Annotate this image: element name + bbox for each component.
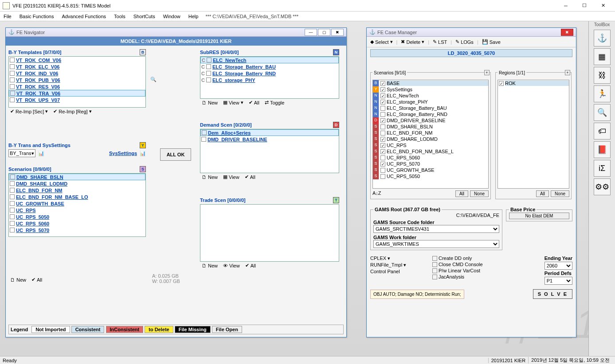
- control-panel-link[interactable]: Control Panel: [370, 269, 428, 274]
- list-item[interactable]: VT_ROK_COM_V06: [9, 57, 145, 63]
- nav-min-button[interactable]: —: [305, 29, 317, 36]
- reimp-sec-button[interactable]: ✔ Re-Imp [Sec] ▾: [10, 108, 48, 114]
- list-item[interactable]: DMD_SHARE_LODMD: [9, 180, 145, 187]
- demand-list[interactable]: Dem_Alloc+SeriesDMD_DRIVER_BASELINE: [200, 129, 339, 173]
- subres-all[interactable]: ✔ All: [249, 100, 259, 105]
- scenario-row[interactable]: SUC_RPS: [373, 142, 488, 148]
- period-defs-combo[interactable]: P1: [544, 277, 572, 285]
- casemgr-close-button[interactable]: ✖: [561, 29, 573, 36]
- menu-file[interactable]: File: [3, 13, 12, 19]
- reg-none-button[interactable]: None: [551, 190, 569, 197]
- scenario-row[interactable]: NELC_Storage_Battery_BAU: [373, 105, 488, 111]
- scenario-row[interactable]: SUC_GROWTH_BASE: [373, 167, 488, 173]
- list-item[interactable]: UC_GROWTH_BASE: [9, 200, 145, 207]
- scen-none-button[interactable]: None: [470, 190, 489, 197]
- list-item[interactable]: CELC_NewTech: [200, 57, 339, 63]
- scenario-row[interactable]: SELC_BND_FOR_NM_BASE_L: [373, 148, 488, 155]
- reg-all-button[interactable]: All: [536, 190, 549, 197]
- list-item[interactable]: Dem_Alloc+Series: [200, 129, 339, 136]
- list-item[interactable]: VT_ROK_ELC_V06: [9, 63, 145, 70]
- nav-max-button[interactable]: ▢: [318, 29, 330, 36]
- tool-anchor-icon[interactable]: ⚓: [594, 30, 611, 46]
- list-item[interactable]: ELC_BND_FOR_NM_BASE_LO: [9, 194, 145, 200]
- no-elast-dem-button[interactable]: No Elast DEM: [509, 213, 569, 219]
- runfile-menu[interactable]: RUNFile_Tmpl ▾: [370, 262, 428, 268]
- scenario-row[interactable]: SDMD_SHARE_LODMD: [373, 136, 488, 142]
- tool-chain-icon[interactable]: ⛓: [594, 67, 611, 84]
- list-item[interactable]: VT_ROK_RES_V06: [9, 83, 145, 90]
- list-item[interactable]: VT_ROK_PUB_V06: [9, 77, 145, 83]
- list-item[interactable]: ELC_BND_FOR_NM: [9, 187, 145, 194]
- new-button[interactable]: 🗋 New: [10, 277, 26, 283]
- menu-shortcuts[interactable]: ShortCuts: [133, 13, 156, 19]
- casemgr-header[interactable]: ⚓ FE Case Manager ✖: [367, 28, 576, 37]
- list-item[interactable]: CELC_Storage_Battery_RND: [200, 70, 339, 77]
- all-button[interactable]: ✔ All: [31, 277, 42, 283]
- save-button[interactable]: 💾 Save: [480, 39, 502, 45]
- trade-view[interactable]: 👁 View: [223, 263, 240, 268]
- scen-all-button[interactable]: All: [455, 190, 468, 197]
- subres-new[interactable]: 🗋 New: [202, 100, 218, 105]
- list-item[interactable]: UC_RPS_5070: [9, 227, 145, 233]
- sort-az[interactable]: A↓Z: [372, 190, 381, 197]
- menu-help[interactable]: Help: [188, 13, 200, 19]
- delete-button[interactable]: ✖ Delete ▾: [399, 39, 426, 45]
- close-button[interactable]: ✕: [594, 1, 612, 11]
- region-row[interactable]: ROK: [498, 80, 569, 86]
- menu-advanced-functions[interactable]: Advanced Functions: [61, 13, 107, 19]
- cplex-menu[interactable]: CPLEX ▾: [370, 256, 428, 261]
- tool-search-icon[interactable]: 🔍: [594, 104, 611, 121]
- ld-bar[interactable]: LD_3020_4035_5070: [370, 49, 572, 57]
- scenario-row[interactable]: SELC_BND_FOR_NM: [373, 130, 488, 136]
- cm-regions-list[interactable]: ROK: [497, 80, 569, 189]
- demand-all[interactable]: ✔ All: [245, 174, 255, 180]
- trade-list[interactable]: [200, 204, 339, 262]
- select-button[interactable]: ◆ Select ▾: [368, 39, 395, 45]
- list-item[interactable]: UC_RPS: [9, 207, 145, 213]
- minimize-button[interactable]: ─: [556, 1, 575, 11]
- solve-button[interactable]: S O L V E: [533, 289, 572, 299]
- list-item[interactable]: VT_ROK_TRA_V06: [9, 90, 145, 97]
- tool-book-icon[interactable]: 📕: [594, 141, 611, 158]
- list-item[interactable]: DMD_DRIVER_BASELINE: [200, 136, 339, 143]
- list-item[interactable]: DMD_SHARE_BSLN: [9, 174, 145, 180]
- menu-window[interactable]: Window: [162, 13, 181, 19]
- expand-regions[interactable]: +: [565, 70, 570, 75]
- tool-run-icon[interactable]: 🏃: [594, 85, 611, 102]
- tool-grid-icon[interactable]: ▦: [594, 48, 611, 65]
- all-ok-button[interactable]: ALL OK: [160, 148, 191, 161]
- scenarios-list[interactable]: DMD_SHARE_BSLNDMD_SHARE_LODMDELC_BND_FOR…: [8, 173, 146, 237]
- scenario-row[interactable]: DDMD_DRIVER_BASELINE: [373, 117, 488, 124]
- cm-scenarios-list[interactable]: BBASEYSysSettingsNELC_NewTechNELC_storag…: [372, 80, 489, 189]
- tool-sigma-icon[interactable]: iΣ: [594, 160, 611, 177]
- cb-pw-linear[interactable]: [432, 268, 437, 273]
- scenario-row[interactable]: SUC_RPS_5050: [373, 173, 488, 179]
- menu-tools[interactable]: Tools: [113, 13, 126, 19]
- logs-button[interactable]: ✎ LOGs: [454, 39, 475, 45]
- list-item[interactable]: VT_ROK_UPS_V07: [9, 97, 145, 103]
- cb-close-cmd[interactable]: [432, 262, 437, 267]
- cb-create-dd[interactable]: [432, 256, 437, 261]
- trade-all[interactable]: ✔ All: [245, 263, 256, 268]
- excel-icon-2[interactable]: 📊: [140, 151, 146, 156]
- gams-src-combo[interactable]: GAMS_SRCTIMESV431: [373, 225, 499, 233]
- scenario-row[interactable]: NELC_NewTech: [373, 93, 488, 99]
- excel-search-icon[interactable]: 🔍: [150, 77, 157, 82]
- expand-scenarios[interactable]: +: [484, 70, 490, 75]
- scenario-row[interactable]: YSysSettings: [373, 86, 488, 93]
- scenario-row[interactable]: BBASE: [373, 80, 488, 86]
- maximize-button[interactable]: ☐: [575, 1, 594, 11]
- cb-jac[interactable]: [432, 275, 437, 279]
- subres-toggle[interactable]: ⇄ Toggle: [265, 100, 284, 105]
- menu-basic-functions[interactable]: Basic Functions: [19, 13, 55, 19]
- lst-button[interactable]: ✎ LST: [431, 39, 449, 45]
- trade-new[interactable]: 🗋 New: [202, 263, 218, 268]
- list-item[interactable]: UC_RPS_5050: [9, 213, 145, 220]
- excel-icon[interactable]: 📊: [38, 151, 44, 156]
- list-item[interactable]: UC_RPS_5060: [9, 220, 145, 227]
- subres-list[interactable]: CELC_NewTechCELC_Storage_Battery_BAUCELC…: [200, 56, 339, 99]
- demand-view[interactable]: ▦ View: [223, 174, 239, 180]
- tool-gears-icon[interactable]: ⚙⚙: [594, 178, 611, 195]
- scenario-row[interactable]: SUC_RPS_5060: [373, 155, 488, 161]
- scenario-row[interactable]: SDMD_SHARE_BSLN: [373, 124, 488, 130]
